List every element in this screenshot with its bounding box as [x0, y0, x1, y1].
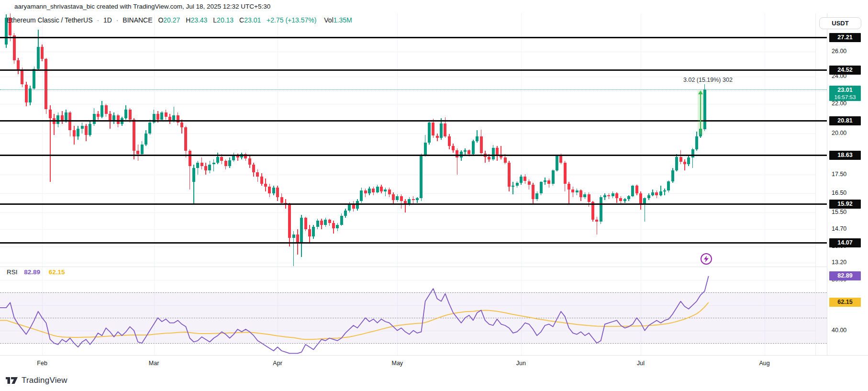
price-level-line[interactable] — [0, 69, 827, 71]
candle-body — [272, 188, 275, 193]
rsi-legend[interactable]: RSI 82.89 62.15 — [7, 268, 65, 276]
price-level-line[interactable] — [0, 37, 827, 38]
candle-body — [21, 70, 23, 85]
candle-body — [360, 190, 363, 201]
candle-wick — [609, 193, 610, 199]
rsi-label[interactable]: RSI — [7, 268, 18, 276]
candle-body — [504, 157, 507, 163]
close-value: 23.01 — [244, 16, 261, 24]
level-price-badge: 20.81 — [829, 116, 861, 125]
candle-body — [552, 170, 555, 184]
month-label-jul[interactable]: Jul — [637, 360, 645, 367]
candle-body — [264, 184, 267, 187]
candle-body — [73, 130, 76, 136]
interval-label[interactable]: 1D — [103, 16, 112, 24]
candle-body — [544, 180, 546, 182]
candle-wick — [385, 188, 386, 196]
rsi-dashed-level — [0, 318, 827, 318]
candle-body — [508, 163, 511, 187]
tradingview-logo-icon — [6, 377, 18, 385]
candle-body — [516, 183, 519, 186]
candle-body — [520, 177, 523, 183]
candle-body — [384, 190, 387, 191]
candle-body — [472, 141, 475, 154]
candle-body — [564, 163, 567, 184]
candle-body — [220, 157, 223, 161]
price-axis[interactable]: 26.0024.0022.0020.0017.5016.5015.5014.70… — [827, 13, 868, 355]
month-label-aug[interactable]: Aug — [759, 360, 769, 367]
candle-body — [392, 194, 395, 200]
candle-body — [612, 193, 614, 196]
candle-body — [156, 114, 159, 120]
candle-body — [703, 89, 706, 129]
price-level-line[interactable] — [0, 203, 827, 205]
candle-body — [667, 181, 670, 190]
candle-body — [576, 190, 579, 192]
candle-body — [56, 115, 59, 124]
rsi-value-badge: 82.89 — [829, 271, 861, 280]
high-letter: H — [186, 16, 190, 24]
candle-body — [276, 188, 279, 197]
level-price-badge: 15.92 — [829, 200, 861, 209]
candle-body — [145, 134, 147, 145]
candle-body — [480, 136, 483, 153]
candle-body — [77, 129, 79, 136]
candle-body — [540, 182, 543, 193]
price-level-line[interactable] — [0, 242, 827, 244]
candle-body — [603, 195, 606, 197]
candle-body — [97, 114, 100, 117]
price-tick-label: 20.00 — [832, 130, 846, 136]
price-tick-label: 17.50 — [832, 171, 846, 178]
symbol-legend[interactable]: Ethereum Classic / TetherUS · 1D · BINAN… — [7, 16, 352, 25]
candle-body — [136, 151, 139, 154]
price-tick-label: 26.00 — [832, 48, 846, 55]
candle-body — [659, 191, 662, 195]
month-label-mar[interactable]: Mar — [149, 360, 159, 367]
month-label-apr[interactable]: Apr — [273, 360, 282, 367]
month-label-feb[interactable]: Feb — [37, 360, 47, 367]
candle-wick — [485, 151, 486, 163]
candle-body — [408, 199, 411, 204]
currency-button[interactable]: USDT — [819, 17, 861, 29]
flash-icon[interactable] — [701, 253, 712, 265]
candle-body — [627, 196, 630, 199]
candle-body — [141, 145, 144, 155]
candle-body — [595, 220, 598, 222]
candle-body — [679, 157, 682, 162]
candle-body — [192, 168, 195, 182]
candle-body — [248, 158, 251, 165]
candle-body — [500, 156, 502, 158]
measure-annotation[interactable]: 3.02 (15.19%) 302 — [683, 77, 733, 83]
candle-body — [607, 195, 610, 196]
candle-body — [647, 195, 650, 198]
open-letter: O — [158, 16, 163, 24]
level-price-badge: 14.07 — [829, 238, 861, 247]
candle-body — [312, 227, 315, 236]
footer: TradingView — [0, 372, 868, 391]
candle-body — [532, 185, 534, 199]
candle-body — [396, 196, 399, 200]
candle-body — [41, 47, 44, 59]
rsi-value-badge: 62.15 — [829, 298, 861, 307]
measure-arrow-head — [698, 90, 703, 94]
price-gridline — [0, 175, 815, 175]
symbol-title[interactable]: Ethereum Classic / TetherUS — [7, 16, 92, 24]
time-axis[interactable]: FebMarAprMayJunJulAug — [0, 355, 868, 372]
candle-body — [600, 197, 602, 222]
month-label-may[interactable]: May — [391, 360, 403, 367]
candle-body — [436, 136, 439, 138]
plot-right-border — [815, 13, 816, 355]
price-gridline — [0, 134, 815, 134]
tradingview-chart-window: aaryamann_shrivastava_bic created with T… — [0, 0, 868, 391]
tradingview-logo[interactable]: TradingView — [6, 376, 67, 385]
pane-separator[interactable] — [0, 267, 827, 267]
price-gridline — [0, 52, 815, 52]
candle-body — [523, 177, 526, 181]
price-level-line[interactable] — [0, 155, 827, 156]
candle-body — [228, 160, 231, 167]
candle-body — [189, 151, 191, 166]
month-label-jun[interactable]: Jun — [516, 360, 526, 367]
price-gridline — [0, 246, 815, 247]
candle-body — [256, 172, 259, 177]
candle-body — [631, 186, 634, 196]
